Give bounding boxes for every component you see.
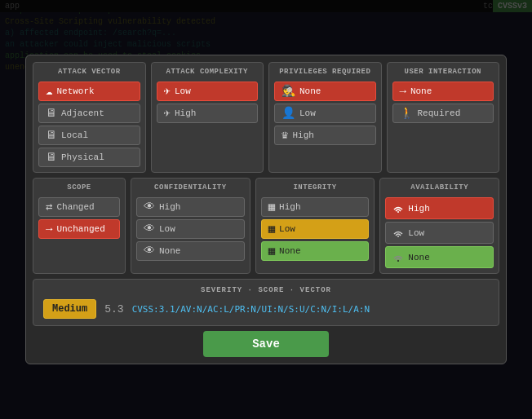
ac-high-label: High [175,108,196,118]
integ-high[interactable]: ▦ High [261,197,370,217]
availability-group: AVAILABILITY High [379,178,499,274]
avail-low-icon [392,226,404,240]
av-network-label: Network [56,86,94,96]
severity-row: SEVERITY · SCORE · VECTOR Medium 5.3 CVS… [33,279,499,326]
attack-vector-group: ATTACK VECTOR ☁ Network 🖥 Adjacent 🖥 Loc… [33,62,146,173]
ui-none[interactable]: → None [392,82,494,101]
conf-none-icon: 👁 [144,245,155,257]
avail-none[interactable]: None [385,246,494,268]
svg-point-0 [397,211,399,213]
pr-low-label: Low [299,108,316,118]
attack-complexity-group: ATTACK COMPLEXITY ✈ Low ✈ High [151,62,264,173]
ac-high[interactable]: ✈ High [157,104,259,123]
integ-none-icon: ▦ [268,245,275,257]
physical-icon: 🖥 [46,152,57,163]
pr-high[interactable]: ♛ High [274,126,376,145]
confidentiality-group: CONFIDENTIALITY 👁 High 👁 Low 👁 None [131,178,250,274]
integ-none[interactable]: ▦ None [261,241,370,261]
user-interaction-group: USER INTERACTION → None 🚶 Required [387,62,500,173]
av-local[interactable]: 🖥 Local [38,126,140,145]
adjacent-icon: 🖥 [46,108,57,119]
severity-score: 5.3 [104,303,123,315]
severity-badge: Medium [43,299,96,319]
svg-point-1 [397,236,399,237]
ac-low-icon: ✈ [164,86,171,97]
ac-low-label: Low [175,86,191,96]
ui-none-label: None [410,86,432,96]
integ-high-label: High [279,202,300,212]
base-metrics-row: ATTACK VECTOR ☁ Network 🖥 Adjacent 🖥 Loc… [33,62,499,173]
conf-high-label: High [159,202,180,212]
ui-required[interactable]: 🚶 Required [392,104,494,123]
scope-group: SCOPE ⇄ Changed → Unchanged [33,178,126,274]
avail-none-icon [392,250,404,264]
av-network[interactable]: ☁ Network [38,82,140,101]
conf-low-icon: 👁 [144,223,155,235]
severity-title: SEVERITY · SCORE · VECTOR [43,286,489,294]
pr-high-label: High [292,130,313,140]
av-physical[interactable]: 🖥 Physical [38,148,140,167]
avail-high-label: High [408,204,429,214]
privileges-required-title: PRIVILEGES REQUIRED [274,68,376,76]
scope-unchanged-icon: → [46,223,52,235]
pr-low[interactable]: 👤 Low [274,104,376,123]
attack-complexity-title: ATTACK COMPLEXITY [157,68,259,76]
avail-none-label: None [408,253,429,262]
scope-changed-icon: ⇄ [46,201,52,213]
av-adjacent-label: Adjacent [61,108,104,118]
integ-low-icon: ▦ [268,223,275,235]
scope-unchanged-label: Unchanged [56,224,104,234]
availability-title: AVAILABILITY [385,183,494,192]
cvss-overlay: ATTACK VECTOR ☁ Network 🖥 Adjacent 🖥 Loc… [0,0,532,419]
conf-low[interactable]: 👁 Low [136,219,245,239]
scope-changed[interactable]: ⇄ Changed [38,197,120,217]
conf-none-label: None [159,246,180,256]
integ-none-label: None [279,246,300,256]
privileges-required-group: PRIVILEGES REQUIRED 🕵 None 👤 Low ♛ High [268,62,382,173]
integ-low[interactable]: ▦ Low [261,219,370,239]
pr-low-icon: 👤 [282,108,295,119]
network-icon: ☁ [46,86,52,97]
cvss-panel: ATTACK VECTOR ☁ Network 🖥 Adjacent 🖥 Loc… [25,55,507,364]
pr-none[interactable]: 🕵 None [274,82,376,101]
severity-vector: CVSS:3.1/AV:N/AC:L/PR:N/UI:N/S:U/C:N/I:L… [132,304,370,315]
ui-required-label: Required [418,108,461,118]
avail-low[interactable]: Low [385,222,494,244]
integrity-title: INTEGRITY [261,183,370,192]
conf-high[interactable]: 👁 High [136,197,245,217]
attack-vector-title: ATTACK VECTOR [38,68,140,76]
svg-point-2 [397,260,399,262]
pr-high-icon: ♛ [282,130,288,141]
impact-metrics-row: SCOPE ⇄ Changed → Unchanged CONFIDENTIAL… [33,178,499,274]
ac-high-icon: ✈ [164,108,171,119]
ac-low[interactable]: ✈ Low [157,82,259,101]
severity-content: Medium 5.3 CVSS:3.1/AV:N/AC:L/PR:N/UI:N/… [43,299,489,319]
integrity-group: INTEGRITY ▦ High ▦ Low ▦ None [255,178,375,274]
ui-required-icon: 🚶 [400,108,414,119]
local-icon: 🖥 [46,130,57,141]
scope-changed-label: Changed [56,202,94,212]
pr-none-icon: 🕵 [282,86,295,97]
conf-none[interactable]: 👁 None [136,241,245,261]
scope-title: SCOPE [38,183,120,192]
confidentiality-title: CONFIDENTIALITY [136,183,245,192]
save-button[interactable]: Save [203,331,329,357]
conf-low-label: Low [159,224,175,234]
avail-high[interactable]: High [385,197,494,219]
integ-high-icon: ▦ [268,201,275,213]
user-interaction-title: USER INTERACTION [392,68,494,76]
av-adjacent[interactable]: 🖥 Adjacent [38,104,140,123]
avail-high-icon [392,201,404,215]
av-physical-label: Physical [61,152,104,162]
ui-none-icon: → [400,86,406,97]
conf-high-icon: 👁 [144,201,155,213]
integ-low-label: Low [279,224,295,234]
av-local-label: Local [61,130,88,140]
pr-none-label: None [299,86,321,96]
save-button-row: Save [33,331,499,357]
avail-low-label: Low [408,228,424,238]
scope-unchanged[interactable]: → Unchanged [38,219,120,239]
